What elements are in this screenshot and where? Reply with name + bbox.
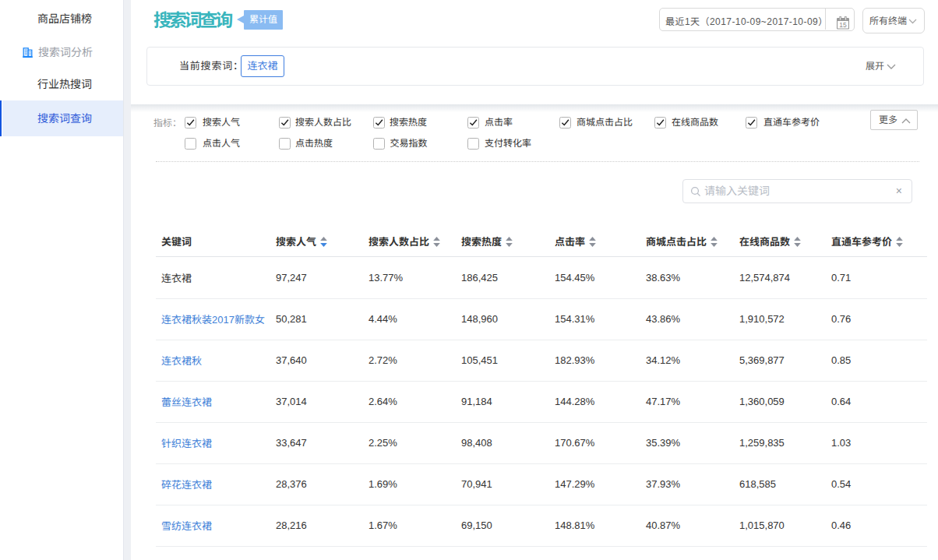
svg-text:15: 15 [839,21,847,29]
